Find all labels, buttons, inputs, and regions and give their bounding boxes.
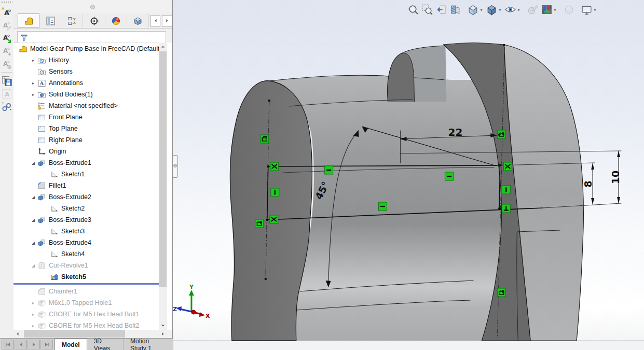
camera-view-button[interactable] [580,2,598,17]
tree-item[interactable]: Sketch3 [13,226,159,237]
caret-expanded-icon[interactable]: ◢ [29,263,37,268]
hide-show-items-button[interactable] [503,2,522,17]
tree-item[interactable]: Right Plane [13,134,159,146]
relation-vertical-icon[interactable] [502,186,510,194]
tab-motion-study-1[interactable]: Motion Study 1 [124,339,173,350]
tree-item[interactable]: Fillet1 [13,180,159,191]
previous-view-button[interactable] [434,2,448,17]
chain-pattern-button[interactable] [1,100,13,113]
chevron-down-icon[interactable] [498,7,502,12]
propertymanager-tab[interactable] [39,13,61,28]
scroll-left-icon[interactable] [13,330,22,338]
tree-item[interactable]: Sketch2 [13,203,159,214]
scrollbar-thumb[interactable] [159,51,167,287]
note-new-button[interactable]: A* [1,6,13,19]
tree-item[interactable]: Top Plane [13,123,159,134]
tree-item[interactable]: Material <not specified> [13,100,159,111]
caret-collapsed-icon[interactable]: ▸ [29,312,37,317]
relation-horizontal-icon[interactable] [445,172,453,180]
caret-collapsed-icon[interactable]: ▸ [29,92,37,97]
tree-item[interactable]: ◢Boss-Extrude4 [13,237,159,248]
relation-on-surface-icon[interactable] [497,288,505,297]
caret-expanded-icon[interactable]: ◢ [29,195,37,200]
scrollbar-thumb[interactable] [24,330,125,338]
tab-model[interactable]: Model [54,339,87,350]
tree-root-item[interactable]: Model Gear Pump Base in FreeCAD (Default… [13,43,159,54]
chevron-down-icon[interactable] [553,7,557,12]
model-scene[interactable]: 22 45° 8 10 [173,0,644,350]
zoom-to-fit-button[interactable] [406,2,420,17]
tab-scroll-left-button[interactable] [150,15,161,27]
tab-scroll-right-button[interactable] [162,15,172,27]
relation-pierce-icon[interactable] [270,162,279,171]
tree-item[interactable]: Origin [13,146,159,157]
featuremanager-tree-tab[interactable] [18,13,39,28]
zoom-to-area-button[interactable] [420,2,434,17]
relation-perpendicular-icon[interactable] [502,204,510,213]
configurationmanager-tab[interactable] [61,13,83,28]
relation-pierce-icon[interactable] [270,215,278,223]
relation-pierce-icon[interactable] [503,162,512,171]
caret-collapsed-icon[interactable]: ▸ [29,81,37,86]
tree-vertical-scrollbar[interactable] [159,43,167,330]
caret-collapsed-icon[interactable]: ▸ [29,58,37,63]
caret-collapsed-icon[interactable]: ▸ [29,324,37,328]
scroll-down-icon[interactable] [159,321,167,330]
chevron-down-icon[interactable] [479,7,484,12]
panel-top-grip[interactable] [13,0,172,13]
tree-item[interactable]: ◢Cut-Revolve1 [13,260,159,271]
chevron-down-icon[interactable] [593,7,597,12]
dimension-8[interactable]: 8 [582,180,594,187]
displaymanager-tab[interactable] [105,13,127,28]
dimension-22[interactable]: 22 [448,126,463,138]
tree-item[interactable]: ▸CBORE for M5 Hex Head Bolt2 [13,320,159,330]
tree-item[interactable]: ▸M6x1.0 Tapped Hole1 [13,297,159,309]
caret-collapsed-icon[interactable]: ▸ [29,301,37,305]
tree-item[interactable]: Chamfer1 [13,286,159,297]
section-view-button[interactable] [448,2,462,17]
display-style-button[interactable] [485,2,503,17]
go-next-button[interactable] [28,340,40,349]
note-export-button[interactable]: A [1,32,13,45]
caret-expanded-icon[interactable]: ◢ [29,161,37,165]
chevron-down-icon[interactable] [516,7,521,12]
caret-expanded-icon[interactable]: ◢ [29,241,37,245]
tree-item[interactable]: Front Plane [13,111,159,123]
go-previous-button[interactable] [15,340,27,349]
sketch-line[interactable] [499,165,500,208]
filter-field[interactable] [17,31,166,44]
view-orientation-button[interactable] [466,2,485,17]
toolbar-grip[interactable] [1,1,12,4]
dimension-10[interactable]: 10 [610,171,621,184]
design-table-save-button[interactable] [1,74,13,87]
tree-item[interactable]: ◢Boss-Extrude3 [13,214,159,226]
relation-vertical-icon[interactable] [271,188,279,197]
apply-scene-button[interactable] [540,2,558,17]
dimxpertmanager-tab[interactable] [83,13,105,28]
graphics-area[interactable]: 22 45° 8 10 [173,0,644,350]
tree-item[interactable]: ▸Solid Bodies(1) [13,89,159,100]
tree-item[interactable]: ◢Boss-Extrude1 [13,157,159,169]
relation-on-surface-icon[interactable] [255,219,264,228]
model-gear-pump-base[interactable] [230,43,583,341]
tree-item[interactable]: Sketch1 [13,169,159,180]
tree-item[interactable]: ▸AAnnotations [13,77,159,89]
panel-splitter-handle[interactable] [173,155,178,178]
relation-on-surface-icon[interactable] [261,135,269,143]
tree-item[interactable]: ◢Boss-Extrude2 [13,191,159,203]
addins-tab[interactable] [127,13,149,28]
caret-expanded-icon[interactable]: ◢ [29,218,37,222]
reference-triad[interactable]: Y Z X [173,284,210,319]
rollback-bar[interactable] [13,283,159,285]
tree-item[interactable]: Sensors [13,66,159,77]
go-first-button[interactable] [2,340,14,349]
tab-3d-views[interactable]: 3D Views [87,339,124,350]
scroll-up-icon[interactable] [159,43,167,51]
tree-item[interactable]: ▸History [13,54,159,66]
go-last-button[interactable] [40,340,53,349]
tree-item[interactable]: Sketch5 [13,271,159,283]
relation-horizontal-icon[interactable] [379,202,387,211]
relation-horizontal-icon[interactable] [325,166,333,174]
tree-item[interactable]: Sketch4 [13,248,159,260]
tree-item[interactable]: ▸CBORE for M5 Hex Head Bolt1 [13,309,159,320]
